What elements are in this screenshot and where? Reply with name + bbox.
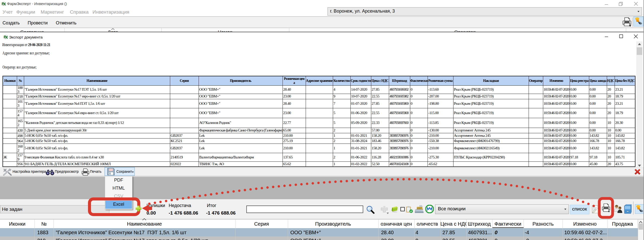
svg-text:X: X xyxy=(5,35,8,39)
svg-text:X: X xyxy=(3,2,6,6)
